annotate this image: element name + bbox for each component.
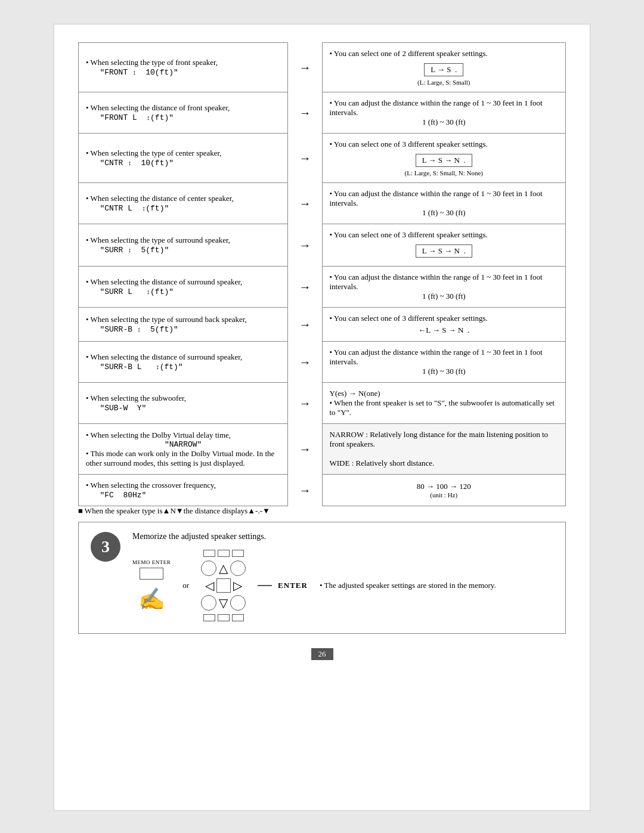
remote-triangle-right: ▷ <box>233 580 242 592</box>
remote-group: △ ◁ ▷ ▽ <box>201 550 246 621</box>
remote-btn-rect <box>232 550 244 557</box>
step3-content: Memorize the adjusted speaker settings. … <box>132 532 553 621</box>
right-cell: • You can adjust the distance within the… <box>322 183 566 224</box>
step3-inner: MEMO ENTER ✍ or △ <box>132 550 553 621</box>
remote-circle <box>201 595 216 611</box>
selector-box: L → S . <box>424 63 463 76</box>
or-text: or <box>182 581 189 590</box>
instruction-table: • When selecting the type of front speak… <box>78 42 566 506</box>
selector-box: ←L → S → N . <box>418 326 469 335</box>
remote-btn-rect <box>218 614 230 621</box>
bullet-text: • When selecting the type of surround ba… <box>86 315 247 324</box>
remote-circle <box>230 561 246 576</box>
left-cell: • When selecting the crossover frequency… <box>79 475 288 506</box>
bullet-text: • When selecting the distance of center … <box>86 194 234 203</box>
code-display: "SURR-B ↕ 5(ft)" <box>86 325 178 334</box>
table-row: • When selecting the Dolby Virtual delay… <box>79 424 566 475</box>
bullet-text: • When selecting the distance of surroun… <box>86 352 242 361</box>
code-display: "SURR L ↕(ft)" <box>86 287 174 296</box>
page: • When selecting the type of front speak… <box>54 24 590 811</box>
range-text: 1 (ft) ~ 30 (ft) <box>330 367 559 376</box>
step3-number: 3 <box>91 532 120 562</box>
table-row: • When selecting the distance of front s… <box>79 92 566 134</box>
bullet-text: • When selecting the crossover frequency… <box>86 481 216 490</box>
remote-center-btn <box>216 578 231 593</box>
table-row: • When selecting the type of center spea… <box>79 134 566 183</box>
right-cell: • You can adjust the distance within the… <box>322 342 566 383</box>
bullet-text: • When selecting the distance of front s… <box>86 103 230 112</box>
freq-options: 80 → 100 → 120 <box>330 482 559 491</box>
right-text: • You can select one of 3 different spea… <box>330 314 488 323</box>
bullet-text: • When selecting the distance of surroun… <box>86 277 242 286</box>
subwoofer-options: Y(es) → N(one) <box>330 389 559 398</box>
code-display: "CNTR ↕ 10(ft)" <box>86 159 174 168</box>
arrow-cell: → <box>288 183 322 224</box>
wide-text: WIDE : Relatively short distance. <box>330 459 559 468</box>
left-cell: • When selecting the subwoofer, "SUB-W Y… <box>79 383 288 424</box>
hand-icon: ✍ <box>138 587 165 612</box>
remote-btn-rect <box>203 550 215 557</box>
code-display: "NARROW" <box>86 440 280 449</box>
remote-btn-rect <box>218 550 230 557</box>
table-row: • When selecting the crossover frequency… <box>79 475 566 506</box>
right-cell: • You can adjust the distance within the… <box>322 267 566 308</box>
remote-triangle-up: △ <box>219 562 228 574</box>
left-cell: • When selecting the distance of surroun… <box>79 342 288 383</box>
remote-triangle-left: ◁ <box>205 580 214 592</box>
code-display: "SUB-W Y" <box>86 404 146 413</box>
subwoofer-note: • When the front speaker is set to "S", … <box>330 398 559 417</box>
left-cell: • When selecting the distance of surroun… <box>79 267 288 308</box>
bullet-text: • When selecting the Dolby Virtual delay… <box>86 431 280 440</box>
left-cell: • When selecting the type of surround ba… <box>79 308 288 342</box>
arrow-cell: → <box>288 424 322 475</box>
table-row: • When selecting the distance of surroun… <box>79 267 566 308</box>
right-text: • You can adjust the distance within the… <box>330 272 543 291</box>
code-display: "FC 80Hz" <box>86 491 146 500</box>
right-cell: Y(es) → N(one) • When the front speaker … <box>322 383 566 424</box>
page-number-area: 26 <box>78 648 566 660</box>
arrow-cell: → <box>288 43 322 92</box>
range-text: 1 (ft) ~ 30 (ft) <box>330 208 559 218</box>
left-cell: • When selecting the distance of front s… <box>79 92 288 134</box>
right-cell: NARROW : Relatively long distance for th… <box>322 424 566 475</box>
memo-label: MEMO ENTER <box>132 559 171 565</box>
selector-diagram: L → S → N . <box>330 151 559 169</box>
bullet-text: • When selecting the type of front speak… <box>86 58 218 67</box>
remote-circle <box>230 595 246 611</box>
right-cell: • You can select one of 3 different spea… <box>322 134 566 183</box>
range-text: 1 (ft) ~ 30 (ft) <box>330 292 559 301</box>
remote-circle <box>201 561 216 576</box>
code-display: "CNTR L ↕(ft)" <box>86 204 169 213</box>
left-cell: • When selecting the type of center spea… <box>79 134 288 183</box>
selector-box: L → S → N . <box>416 154 472 167</box>
arrow-cell: → <box>288 92 322 134</box>
arrow-cell: → <box>288 342 322 383</box>
memo-button-group: MEMO ENTER ✍ <box>132 559 171 612</box>
narrow-text: NARROW : Relatively long distance for th… <box>330 430 559 449</box>
freq-unit: (unit : Hz) <box>330 491 559 498</box>
result-text: • The adjusted speaker settings are stor… <box>320 580 496 592</box>
arrow-cell: → <box>288 267 322 308</box>
selector-box: L → S → N . <box>416 244 472 258</box>
remote-triangle-down: ▽ <box>219 597 228 609</box>
right-cell: • You can select one of 3 different spea… <box>322 224 566 267</box>
right-cell: • You can select one of 3 different spea… <box>322 308 566 342</box>
selector-diagram: L → S . <box>330 61 559 79</box>
memo-rect <box>140 568 163 580</box>
code-display: "FRONT L ↕(ft)" <box>86 113 174 122</box>
remote-row2: △ <box>201 561 246 576</box>
code-display: "SURR ↕ 5(ft)" <box>86 246 169 255</box>
left-cell: • When selecting the Dolby Virtual delay… <box>79 424 288 475</box>
enter-label: ENTER <box>278 581 308 590</box>
right-text: • You can select one of 3 different spea… <box>330 140 488 148</box>
left-cell: • When selecting the distance of center … <box>79 183 288 224</box>
range-text: 1 (ft) ~ 30 (ft) <box>330 117 559 127</box>
selector-note: (L: Large, S: Small) <box>330 79 559 86</box>
right-text: • You can select one of 2 different spea… <box>330 49 488 58</box>
remote-row4: ▽ <box>201 595 246 611</box>
selector-diagram: ←L → S → N . <box>330 326 559 335</box>
arrow-cell: → <box>288 224 322 267</box>
step3-result: • The adjusted speaker settings are stor… <box>320 580 496 592</box>
right-text: • You can adjust the distance within the… <box>330 189 543 208</box>
step3-title: Memorize the adjusted speaker settings. <box>132 532 553 541</box>
